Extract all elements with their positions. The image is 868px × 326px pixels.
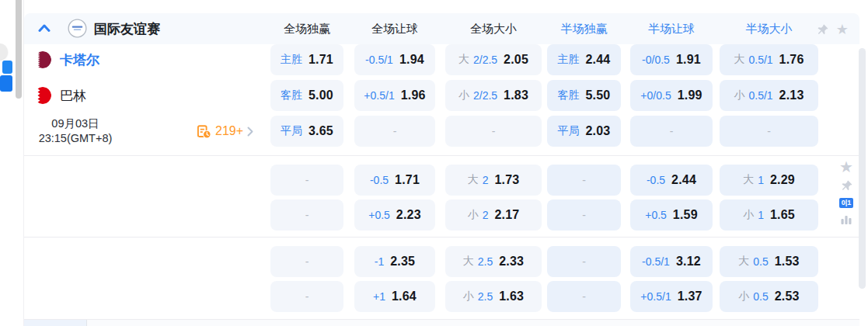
odds-cell[interactable]: -0.51.71 bbox=[354, 165, 435, 196]
odds-value: 2.13 bbox=[779, 88, 804, 102]
odds-cell-empty: - bbox=[720, 116, 818, 147]
odds-cell[interactable]: -0/0.51.91 bbox=[630, 44, 713, 75]
odds-line-label: 0.5/1 bbox=[748, 89, 772, 102]
odds-value: 1.96 bbox=[401, 88, 426, 102]
column-header-full-overunder: 全场大小 bbox=[445, 13, 542, 44]
odds-value: 1.99 bbox=[678, 88, 702, 102]
odds-cell[interactable]: 小11.65 bbox=[720, 199, 818, 231]
odds-line-label: 2 bbox=[483, 174, 489, 186]
odds-value: 2.17 bbox=[494, 208, 519, 222]
odds-cell[interactable]: 主胜2.44 bbox=[547, 44, 621, 75]
odds-cell[interactable]: 客胜5.00 bbox=[270, 80, 343, 111]
row-side-tools: ★ 0|1 bbox=[835, 160, 858, 226]
odds-line-label: 2/2.5 bbox=[473, 89, 497, 102]
odds-direction-label: 小 bbox=[463, 290, 474, 303]
odds-value: 3.12 bbox=[676, 255, 701, 269]
odds-cell[interactable]: -12.35 bbox=[354, 246, 435, 277]
odds-cell[interactable]: +0.5/11.37 bbox=[630, 281, 713, 312]
odds-line-label: 1 bbox=[758, 174, 764, 186]
odds-direction-label: 小 bbox=[743, 208, 754, 222]
odds-line-label: 0.5 bbox=[753, 255, 768, 268]
odds-cell[interactable]: 大0.51.53 bbox=[720, 246, 818, 277]
empty-dash: - bbox=[582, 209, 586, 221]
odds-direction-label: 大 bbox=[738, 255, 749, 269]
odds-cell[interactable]: -0.5/13.12 bbox=[630, 246, 713, 277]
odds-cell[interactable]: 大12.29 bbox=[720, 165, 818, 196]
odds-page: 国际友谊赛 全场独赢 全场让球 全场大小 半场独赢 半场让球 半场大小 ★ bbox=[0, 0, 868, 326]
odds-cell[interactable]: 平局3.65 bbox=[270, 116, 343, 147]
odds-value: 2.44 bbox=[671, 173, 696, 187]
left-scrollbar[interactable] bbox=[16, 0, 22, 99]
odds-format-toggle[interactable]: 0|1 bbox=[839, 198, 854, 208]
odds-cell[interactable]: 小22.17 bbox=[445, 199, 542, 231]
odds-cell[interactable]: 小0.5/12.13 bbox=[720, 80, 818, 111]
rail-shortcut-bottom[interactable] bbox=[0, 75, 12, 92]
odds-cell[interactable]: +11.64 bbox=[354, 281, 435, 312]
odds-cell[interactable]: 平局2.03 bbox=[547, 116, 621, 147]
odds-cell[interactable]: 大2/2.52.05 bbox=[445, 44, 542, 75]
floating-button[interactable] bbox=[0, 43, 8, 60]
odds-direction-label: 大 bbox=[468, 173, 479, 187]
odds-value: 1.71 bbox=[395, 173, 420, 187]
empty-dash: - bbox=[305, 255, 309, 268]
odds-line-label: -0/0.5 bbox=[642, 54, 670, 66]
odds-cell[interactable]: 主胜1.71 bbox=[270, 44, 343, 75]
odds-direction-label: 小 bbox=[468, 208, 479, 222]
odds-cell[interactable]: +0/0.51.99 bbox=[630, 80, 713, 111]
odds-line-label: 客胜 bbox=[281, 88, 302, 102]
empty-dash: - bbox=[305, 290, 309, 303]
odds-line-label: -0.5/1 bbox=[365, 54, 393, 66]
odds-cell-empty: - bbox=[270, 281, 343, 312]
rail-shortcut-top[interactable] bbox=[2, 61, 12, 74]
favorite-star-icon[interactable]: ★ bbox=[836, 23, 849, 36]
odds-line-label: 平局 bbox=[281, 124, 302, 138]
league-title[interactable]: 国际友谊赛 bbox=[94, 20, 160, 38]
odds-value: 1.37 bbox=[678, 290, 702, 303]
odds-value: 1.64 bbox=[392, 290, 417, 303]
favorite-star-icon[interactable]: ★ bbox=[839, 160, 853, 174]
odds-cell[interactable]: 小2/2.51.83 bbox=[445, 80, 542, 111]
column-header-half-handicap: 半场让球 bbox=[630, 13, 713, 44]
collapse-chevron-up-icon[interactable] bbox=[38, 23, 51, 33]
odds-cell[interactable]: 小0.52.53 bbox=[720, 281, 818, 312]
odds-line-label: +0.5 bbox=[645, 209, 667, 221]
odds-cell[interactable]: 小2.51.63 bbox=[445, 281, 542, 312]
odds-line-label: 2/2.5 bbox=[473, 54, 497, 66]
pin-icon[interactable] bbox=[840, 179, 853, 192]
odds-cell[interactable]: 大21.73 bbox=[445, 165, 542, 196]
odds-value: 2.23 bbox=[396, 208, 421, 222]
odds-cell[interactable]: -0.5/11.94 bbox=[354, 44, 435, 75]
odds-value: 2.44 bbox=[586, 53, 611, 67]
odds-line-label: 平局 bbox=[558, 124, 580, 138]
odds-line-label: 1 bbox=[758, 209, 764, 221]
odds-value: 1.65 bbox=[770, 208, 795, 222]
column-header-half-win: 半场独赢 bbox=[547, 13, 621, 44]
odds-direction-label: 大 bbox=[458, 53, 469, 67]
odds-line-label: +0.5 bbox=[368, 209, 390, 221]
odds-value: 2.03 bbox=[586, 124, 611, 138]
odds-line-label: +0/0.5 bbox=[640, 89, 671, 102]
odds-value: 1.94 bbox=[399, 53, 424, 67]
odds-row: -+0.52.23小22.17-+0.51.59小11.65 bbox=[24, 199, 859, 231]
right-scrollbar[interactable] bbox=[859, 48, 866, 289]
odds-cell-empty: - bbox=[547, 199, 621, 231]
stats-bars-icon[interactable] bbox=[840, 213, 852, 226]
odds-cell[interactable]: +0.51.59 bbox=[630, 199, 713, 231]
odds-value: 1.53 bbox=[775, 255, 800, 269]
odds-line-label: 主胜 bbox=[281, 53, 302, 67]
odds-line-label: -1 bbox=[375, 255, 384, 268]
empty-dash: - bbox=[670, 125, 674, 137]
odds-value: 1.73 bbox=[494, 173, 519, 187]
odds-row: -+11.64小2.51.63-+0.5/11.37小0.52.53 bbox=[24, 281, 859, 312]
odds-cell[interactable]: +0.52.23 bbox=[354, 199, 435, 231]
odds-cell[interactable]: -0.52.44 bbox=[630, 165, 713, 196]
odds-cell[interactable]: 大0.5/11.76 bbox=[720, 44, 818, 75]
odds-cell[interactable]: 客胜5.50 bbox=[547, 80, 621, 111]
pin-icon[interactable] bbox=[816, 23, 829, 36]
column-header-half-overunder: 半场大小 bbox=[720, 13, 818, 44]
odds-cell[interactable]: 大2.52.33 bbox=[445, 246, 542, 277]
odds-cell[interactable]: +0.5/11.96 bbox=[354, 80, 435, 111]
odds-value: 1.91 bbox=[676, 53, 701, 67]
left-rail bbox=[0, 0, 23, 326]
empty-dash: - bbox=[393, 125, 397, 137]
